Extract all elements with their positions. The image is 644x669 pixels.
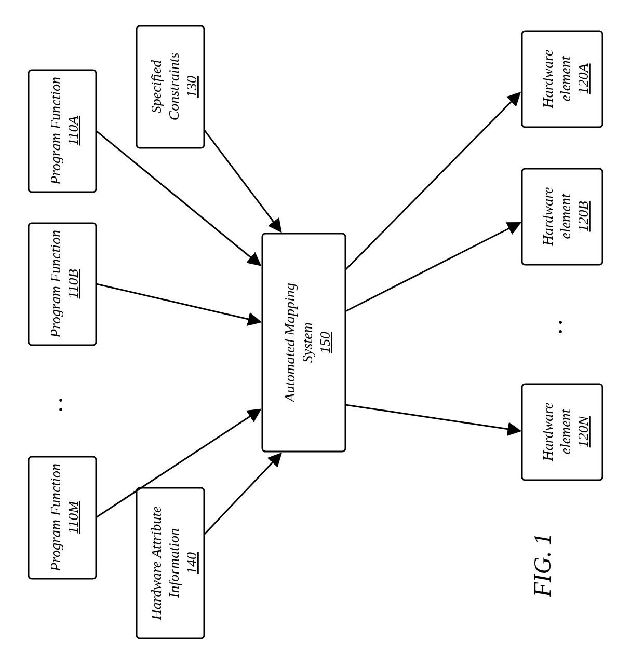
hai-id: 140 [183, 552, 199, 574]
he-b-t1: Hardware [540, 187, 556, 246]
hai-title2: Information [166, 528, 182, 598]
pf-b-title: Program Function [47, 230, 63, 338]
sc-title2: Constraints [166, 53, 182, 121]
svg-line-13 [204, 454, 280, 535]
svg-line-10 [96, 284, 260, 322]
arrows-out [345, 93, 519, 431]
hardware-attribute-info-box: Hardware Attribute Information 140 [137, 488, 204, 638]
he-a-t2: element [557, 56, 573, 101]
hai-title1: Hardware Attribute [148, 506, 164, 620]
hardware-element-box: Hardware element 120N [522, 384, 602, 480]
svg-line-14 [345, 93, 519, 270]
he-b-t2: element [557, 193, 573, 239]
pf-a-id: 110A [65, 116, 81, 146]
hardware-element-box: Hardware element 120B [522, 169, 602, 265]
sc-id: 130 [183, 76, 199, 98]
pf-a-title: Program Function [47, 77, 63, 185]
automated-mapping-system-box: Automated Mapping System 150 [262, 234, 345, 452]
pf-b-id: 110B [65, 269, 81, 298]
hardware-element-box: Hardware element 120A [522, 31, 602, 127]
program-function-box: Program Function 110B [29, 223, 96, 345]
specified-constraints-box: Specified Constraints 130 [137, 26, 204, 148]
he-n-t1: Hardware [540, 402, 556, 461]
pf-m-title: Program Function [47, 463, 63, 572]
pf-m-id: 110M [65, 500, 81, 534]
center-title-line1: Automated Mapping [281, 283, 298, 403]
svg-line-9 [96, 131, 260, 265]
arrows-in [96, 130, 280, 535]
svg-line-16 [345, 405, 519, 431]
he-b-id: 120B [575, 201, 591, 231]
svg-line-12 [204, 130, 280, 231]
ellipsis: . . [46, 398, 66, 412]
program-function-box: Program Function 110M [29, 457, 96, 579]
he-n-id: 120N [575, 415, 591, 447]
he-n-t2: element [557, 408, 573, 454]
center-id: 150 [317, 332, 333, 353]
he-a-t1: Hardware [540, 49, 556, 108]
diagram-canvas: Automated Mapping System 150 Program Fun… [0, 0, 644, 669]
ellipsis: . . [545, 320, 566, 334]
svg-line-15 [345, 223, 519, 311]
figure-label: FIG. 1 [529, 533, 556, 597]
he-a-id: 120A [575, 63, 591, 94]
center-title-line2: System [299, 322, 315, 363]
sc-title1: Specified [148, 60, 164, 114]
program-function-box: Program Function 110A [29, 70, 96, 192]
